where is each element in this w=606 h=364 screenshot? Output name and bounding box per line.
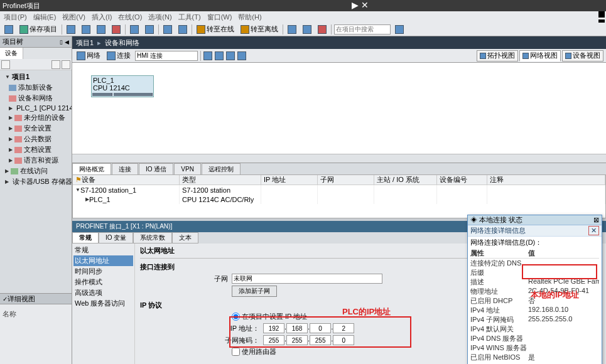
tree-card-reader[interactable]: ▶读卡器/USB 存储器 bbox=[1, 176, 70, 187]
pnav-ethernet[interactable]: 以太网地址 bbox=[73, 255, 133, 266]
pnav-opmode[interactable]: 操作模式 bbox=[73, 277, 133, 287]
ip-octet-3[interactable] bbox=[310, 323, 331, 333]
dialog-x-icon[interactable]: ✕ bbox=[588, 226, 599, 235]
download-button[interactable] bbox=[161, 25, 174, 34]
menu-window[interactable]: 窗口(W) bbox=[206, 13, 234, 22]
pnet-tab-general[interactable]: 常规 bbox=[72, 232, 99, 244]
copy-button[interactable] bbox=[80, 25, 92, 34]
tree-online-access[interactable]: ▶在线访问 bbox=[1, 166, 70, 176]
view-tab-device[interactable]: 设备视图 bbox=[562, 50, 603, 62]
col-device-id[interactable]: 设备编号 bbox=[437, 175, 487, 185]
tree-expand-icon[interactable] bbox=[1, 60, 10, 69]
pnav-webserver[interactable]: Web 服务器访问 bbox=[73, 298, 133, 309]
search-button[interactable] bbox=[393, 25, 406, 34]
ip-octet-2[interactable] bbox=[286, 323, 308, 333]
pnav-timesync[interactable]: 时间同步 bbox=[73, 266, 133, 277]
tree-view-icon-2[interactable] bbox=[62, 60, 70, 69]
mask-octet-2[interactable] bbox=[286, 335, 308, 345]
connection-button[interactable]: 连接 bbox=[105, 51, 133, 60]
col-ip[interactable]: IP 地址 bbox=[261, 175, 318, 185]
delete-button[interactable] bbox=[110, 25, 122, 34]
add-subnet-button[interactable]: 添加新子网 bbox=[232, 286, 277, 297]
menu-bar[interactable]: 项目(P) 编辑(E) 视图(V) 插入(I) 在线(O) 选项(N) 工具(T… bbox=[0, 11, 606, 23]
titlebar-min-icon[interactable]: ▬ bbox=[598, 11, 605, 23]
project-tree[interactable]: ▼项目1 添加新设备 设备和网络 ▶PLC_1 [CPU 1214C A... … bbox=[0, 70, 72, 188]
ip-octet-1[interactable] bbox=[263, 323, 284, 333]
tree-devices-networks[interactable]: 设备和网络 bbox=[1, 93, 70, 104]
work-tool-icon-2[interactable] bbox=[215, 51, 224, 60]
network-details-dialog[interactable]: ◈ 本地连接 状态⊠ 网络连接详细信息✕ 网络连接详细信息(D)： 属性值 连接… bbox=[467, 215, 602, 364]
go-offline-button[interactable]: 转至离线 bbox=[239, 24, 280, 34]
tree-plc-1[interactable]: ▶PLC_1 [CPU 1214C A... bbox=[1, 104, 70, 112]
detail-view-header[interactable]: ✓ 详细视图 bbox=[0, 293, 72, 304]
tool-button-3[interactable] bbox=[316, 25, 328, 34]
mask-octet-4[interactable] bbox=[333, 335, 354, 345]
paste-button[interactable] bbox=[95, 25, 107, 34]
tab-vpn[interactable]: VPN bbox=[174, 163, 201, 174]
tool-button-2[interactable] bbox=[301, 25, 313, 34]
grid-row[interactable]: ▼ S7-1200 station_1 S7-1200 station bbox=[73, 185, 605, 195]
col-device[interactable]: ⚑ 设备 bbox=[73, 175, 180, 185]
col-note[interactable]: 注释 bbox=[487, 175, 605, 185]
pnet-tab-sys[interactable]: 系统常数 bbox=[133, 232, 172, 244]
col-subnet[interactable]: 子网 bbox=[318, 175, 374, 185]
cut-button[interactable] bbox=[65, 25, 77, 34]
dialog-titlebar[interactable]: ◈ 本地连接 状态⊠ bbox=[468, 215, 602, 225]
subnet-select[interactable] bbox=[232, 274, 382, 284]
grid-row[interactable]: ▶ PLC_1 CPU 1214C AC/DC/Rly bbox=[73, 195, 605, 204]
view-tab-network[interactable]: 网络视图 bbox=[519, 50, 561, 62]
bc-project[interactable]: 项目1 bbox=[76, 38, 94, 48]
pnet-tab-io[interactable]: IO 变量 bbox=[99, 232, 133, 244]
tab-connections[interactable]: 连接 bbox=[112, 163, 138, 174]
menu-tools[interactable]: 工具(T) bbox=[177, 13, 202, 22]
radio-project-ip[interactable] bbox=[232, 313, 240, 321]
tab-overview[interactable]: 网络概览 bbox=[72, 163, 111, 174]
device-grid[interactable]: ⚑ 设备 类型 IP 地址 子网 主站 / IO 系统 设备编号 注释 ▼ S7… bbox=[72, 174, 606, 218]
tree-ungrouped[interactable]: ▶未分组的设备 bbox=[1, 112, 70, 123]
canvas-scrollbar[interactable] bbox=[72, 154, 606, 163]
undo-button[interactable] bbox=[128, 25, 141, 34]
menu-view[interactable]: 视图(V) bbox=[61, 13, 87, 22]
col-master-io[interactable]: 主站 / IO 系统 bbox=[374, 175, 437, 185]
menu-edit[interactable]: 编辑(E) bbox=[32, 13, 58, 22]
pnav-general[interactable]: 常规 bbox=[73, 245, 133, 255]
zoom-fit-icon[interactable] bbox=[237, 51, 246, 60]
tree-security[interactable]: ▶安全设置 bbox=[1, 123, 70, 134]
tree-view-icon-1[interactable] bbox=[51, 60, 60, 69]
col-type[interactable]: 类型 bbox=[180, 175, 261, 185]
save-project-button[interactable]: 保存项目 bbox=[18, 24, 59, 34]
profinet-nav[interactable]: 常规 以太网地址 时间同步 操作模式 高级选项 Web 服务器访问 bbox=[72, 244, 135, 364]
project-search-input[interactable] bbox=[334, 24, 391, 35]
work-tool-icon-1[interactable] bbox=[203, 51, 212, 60]
redo-button[interactable] bbox=[143, 25, 156, 34]
network-button[interactable]: 网络 bbox=[75, 51, 102, 60]
tree-add-device[interactable]: 添加新设备 bbox=[1, 82, 70, 93]
tree-tab-devices[interactable]: 设备 bbox=[0, 48, 23, 59]
tree-root[interactable]: ▼项目1 bbox=[1, 72, 70, 82]
go-online-button[interactable]: 转至在线 bbox=[195, 24, 236, 34]
upload-button[interactable] bbox=[176, 25, 189, 34]
pnet-tab-text[interactable]: 文本 bbox=[172, 232, 198, 244]
pnav-advanced[interactable]: 高级选项 bbox=[73, 287, 133, 298]
menu-online[interactable]: 在线(O) bbox=[117, 13, 143, 22]
tree-doc-settings[interactable]: ▶文档设置 bbox=[1, 144, 70, 155]
use-router-checkbox[interactable] bbox=[232, 348, 240, 356]
menu-insert[interactable]: 插入(I) bbox=[90, 13, 113, 22]
plc-node[interactable]: PLC_1CPU 1214C bbox=[91, 75, 154, 97]
ip-octet-4[interactable] bbox=[333, 323, 354, 333]
tree-languages[interactable]: ▶语言和资源 bbox=[1, 155, 70, 166]
view-tab-topology[interactable]: 拓扑视图 bbox=[477, 50, 518, 62]
new-project-button[interactable] bbox=[3, 25, 15, 34]
bc-devnet[interactable]: 设备和网络 bbox=[105, 38, 139, 48]
tree-shared-data[interactable]: ▶公共数据 bbox=[1, 134, 70, 144]
network-canvas[interactable]: PLC_1CPU 1214C ◀▶ 100%▼ bbox=[72, 63, 606, 163]
tool-button-1[interactable] bbox=[286, 25, 298, 34]
connection-type-select[interactable] bbox=[135, 51, 198, 61]
mask-octet-1[interactable] bbox=[263, 335, 284, 345]
menu-project[interactable]: 项目(P) bbox=[3, 13, 28, 22]
mask-octet-3[interactable] bbox=[310, 335, 331, 345]
dialog-close-icon[interactable]: ⊠ bbox=[593, 216, 599, 224]
tab-remote[interactable]: 远程控制 bbox=[202, 163, 241, 174]
tab-io-comm[interactable]: IO 通信 bbox=[139, 163, 173, 174]
menu-help[interactable]: 帮助(H) bbox=[237, 13, 262, 22]
